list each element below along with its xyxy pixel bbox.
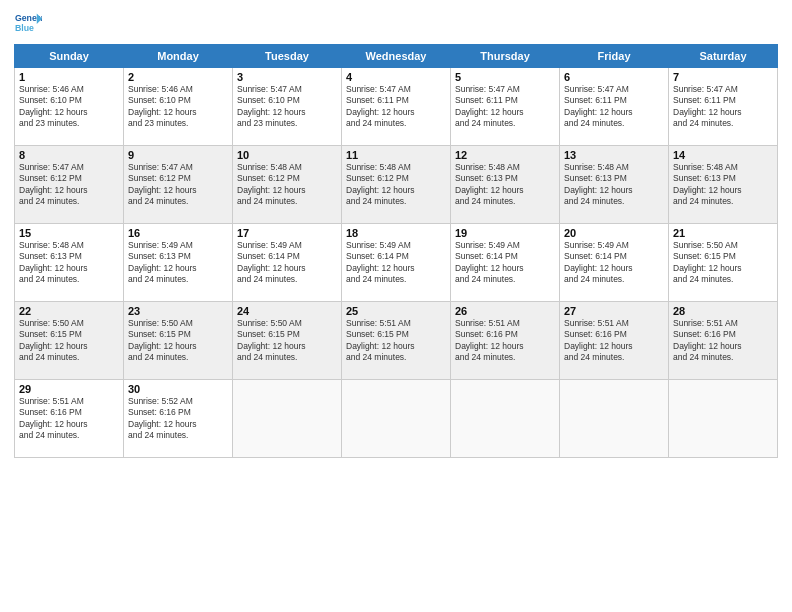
calendar-day-cell: 17Sunrise: 5:49 AMSunset: 6:14 PMDayligh… [233, 224, 342, 302]
day-number: 4 [346, 71, 446, 83]
calendar-day-cell [560, 380, 669, 458]
calendar-day-cell: 25Sunrise: 5:51 AMSunset: 6:15 PMDayligh… [342, 302, 451, 380]
calendar-day-cell: 23Sunrise: 5:50 AMSunset: 6:15 PMDayligh… [124, 302, 233, 380]
day-of-week-header: Saturday [669, 45, 778, 68]
day-info: Sunrise: 5:49 AMSunset: 6:14 PMDaylight:… [346, 240, 446, 286]
day-number: 2 [128, 71, 228, 83]
day-info: Sunrise: 5:46 AMSunset: 6:10 PMDaylight:… [19, 84, 119, 130]
calendar-day-cell: 27Sunrise: 5:51 AMSunset: 6:16 PMDayligh… [560, 302, 669, 380]
day-of-week-header: Wednesday [342, 45, 451, 68]
svg-text:Blue: Blue [15, 23, 34, 33]
calendar-table: SundayMondayTuesdayWednesdayThursdayFrid… [14, 44, 778, 458]
day-info: Sunrise: 5:47 AMSunset: 6:10 PMDaylight:… [237, 84, 337, 130]
calendar-day-cell: 29Sunrise: 5:51 AMSunset: 6:16 PMDayligh… [15, 380, 124, 458]
day-info: Sunrise: 5:47 AMSunset: 6:12 PMDaylight:… [128, 162, 228, 208]
day-number: 27 [564, 305, 664, 317]
day-number: 20 [564, 227, 664, 239]
day-number: 14 [673, 149, 773, 161]
day-number: 3 [237, 71, 337, 83]
calendar-day-cell: 10Sunrise: 5:48 AMSunset: 6:12 PMDayligh… [233, 146, 342, 224]
calendar-day-cell: 18Sunrise: 5:49 AMSunset: 6:14 PMDayligh… [342, 224, 451, 302]
day-info: Sunrise: 5:51 AMSunset: 6:16 PMDaylight:… [455, 318, 555, 364]
calendar-week-row: 8Sunrise: 5:47 AMSunset: 6:12 PMDaylight… [15, 146, 778, 224]
calendar-day-cell [233, 380, 342, 458]
day-info: Sunrise: 5:47 AMSunset: 6:11 PMDaylight:… [346, 84, 446, 130]
day-info: Sunrise: 5:50 AMSunset: 6:15 PMDaylight:… [19, 318, 119, 364]
calendar-day-cell [669, 380, 778, 458]
day-info: Sunrise: 5:47 AMSunset: 6:12 PMDaylight:… [19, 162, 119, 208]
day-number: 7 [673, 71, 773, 83]
day-info: Sunrise: 5:51 AMSunset: 6:16 PMDaylight:… [564, 318, 664, 364]
day-number: 25 [346, 305, 446, 317]
day-of-week-header: Tuesday [233, 45, 342, 68]
day-number: 17 [237, 227, 337, 239]
day-info: Sunrise: 5:52 AMSunset: 6:16 PMDaylight:… [128, 396, 228, 442]
day-number: 21 [673, 227, 773, 239]
day-info: Sunrise: 5:49 AMSunset: 6:14 PMDaylight:… [237, 240, 337, 286]
day-number: 30 [128, 383, 228, 395]
calendar-day-cell: 26Sunrise: 5:51 AMSunset: 6:16 PMDayligh… [451, 302, 560, 380]
logo-icon: General Blue [14, 10, 42, 38]
day-number: 10 [237, 149, 337, 161]
day-number: 26 [455, 305, 555, 317]
day-number: 18 [346, 227, 446, 239]
day-info: Sunrise: 5:48 AMSunset: 6:13 PMDaylight:… [564, 162, 664, 208]
day-number: 15 [19, 227, 119, 239]
day-number: 29 [19, 383, 119, 395]
day-info: Sunrise: 5:48 AMSunset: 6:13 PMDaylight:… [673, 162, 773, 208]
calendar-week-row: 29Sunrise: 5:51 AMSunset: 6:16 PMDayligh… [15, 380, 778, 458]
day-info: Sunrise: 5:50 AMSunset: 6:15 PMDaylight:… [237, 318, 337, 364]
calendar-day-cell [451, 380, 560, 458]
day-number: 11 [346, 149, 446, 161]
logo: General Blue [14, 10, 42, 38]
calendar-day-cell: 16Sunrise: 5:49 AMSunset: 6:13 PMDayligh… [124, 224, 233, 302]
calendar-day-cell: 4Sunrise: 5:47 AMSunset: 6:11 PMDaylight… [342, 68, 451, 146]
day-number: 24 [237, 305, 337, 317]
day-info: Sunrise: 5:47 AMSunset: 6:11 PMDaylight:… [673, 84, 773, 130]
day-info: Sunrise: 5:47 AMSunset: 6:11 PMDaylight:… [455, 84, 555, 130]
calendar-day-cell: 7Sunrise: 5:47 AMSunset: 6:11 PMDaylight… [669, 68, 778, 146]
day-number: 8 [19, 149, 119, 161]
day-number: 5 [455, 71, 555, 83]
day-of-week-header: Thursday [451, 45, 560, 68]
day-info: Sunrise: 5:49 AMSunset: 6:13 PMDaylight:… [128, 240, 228, 286]
day-number: 16 [128, 227, 228, 239]
day-number: 1 [19, 71, 119, 83]
day-info: Sunrise: 5:48 AMSunset: 6:12 PMDaylight:… [237, 162, 337, 208]
day-number: 12 [455, 149, 555, 161]
calendar-week-row: 1Sunrise: 5:46 AMSunset: 6:10 PMDaylight… [15, 68, 778, 146]
day-info: Sunrise: 5:49 AMSunset: 6:14 PMDaylight:… [455, 240, 555, 286]
calendar-day-cell: 6Sunrise: 5:47 AMSunset: 6:11 PMDaylight… [560, 68, 669, 146]
day-of-week-header: Friday [560, 45, 669, 68]
calendar-day-cell: 21Sunrise: 5:50 AMSunset: 6:15 PMDayligh… [669, 224, 778, 302]
calendar-week-row: 22Sunrise: 5:50 AMSunset: 6:15 PMDayligh… [15, 302, 778, 380]
calendar-day-cell: 9Sunrise: 5:47 AMSunset: 6:12 PMDaylight… [124, 146, 233, 224]
day-info: Sunrise: 5:50 AMSunset: 6:15 PMDaylight:… [128, 318, 228, 364]
calendar-day-cell: 11Sunrise: 5:48 AMSunset: 6:12 PMDayligh… [342, 146, 451, 224]
day-info: Sunrise: 5:47 AMSunset: 6:11 PMDaylight:… [564, 84, 664, 130]
day-info: Sunrise: 5:48 AMSunset: 6:13 PMDaylight:… [455, 162, 555, 208]
day-number: 19 [455, 227, 555, 239]
calendar-day-cell: 19Sunrise: 5:49 AMSunset: 6:14 PMDayligh… [451, 224, 560, 302]
day-number: 23 [128, 305, 228, 317]
header: General Blue [14, 10, 778, 38]
day-number: 13 [564, 149, 664, 161]
calendar-day-cell: 14Sunrise: 5:48 AMSunset: 6:13 PMDayligh… [669, 146, 778, 224]
day-info: Sunrise: 5:46 AMSunset: 6:10 PMDaylight:… [128, 84, 228, 130]
day-info: Sunrise: 5:50 AMSunset: 6:15 PMDaylight:… [673, 240, 773, 286]
calendar-day-cell: 24Sunrise: 5:50 AMSunset: 6:15 PMDayligh… [233, 302, 342, 380]
calendar-day-cell [342, 380, 451, 458]
day-number: 6 [564, 71, 664, 83]
calendar-header-row: SundayMondayTuesdayWednesdayThursdayFrid… [15, 45, 778, 68]
calendar-day-cell: 13Sunrise: 5:48 AMSunset: 6:13 PMDayligh… [560, 146, 669, 224]
calendar-day-cell: 22Sunrise: 5:50 AMSunset: 6:15 PMDayligh… [15, 302, 124, 380]
calendar-day-cell: 20Sunrise: 5:49 AMSunset: 6:14 PMDayligh… [560, 224, 669, 302]
calendar-day-cell: 12Sunrise: 5:48 AMSunset: 6:13 PMDayligh… [451, 146, 560, 224]
calendar-day-cell: 1Sunrise: 5:46 AMSunset: 6:10 PMDaylight… [15, 68, 124, 146]
day-info: Sunrise: 5:48 AMSunset: 6:13 PMDaylight:… [19, 240, 119, 286]
day-info: Sunrise: 5:48 AMSunset: 6:12 PMDaylight:… [346, 162, 446, 208]
calendar-day-cell: 30Sunrise: 5:52 AMSunset: 6:16 PMDayligh… [124, 380, 233, 458]
day-info: Sunrise: 5:51 AMSunset: 6:15 PMDaylight:… [346, 318, 446, 364]
calendar-day-cell: 2Sunrise: 5:46 AMSunset: 6:10 PMDaylight… [124, 68, 233, 146]
calendar-day-cell: 5Sunrise: 5:47 AMSunset: 6:11 PMDaylight… [451, 68, 560, 146]
